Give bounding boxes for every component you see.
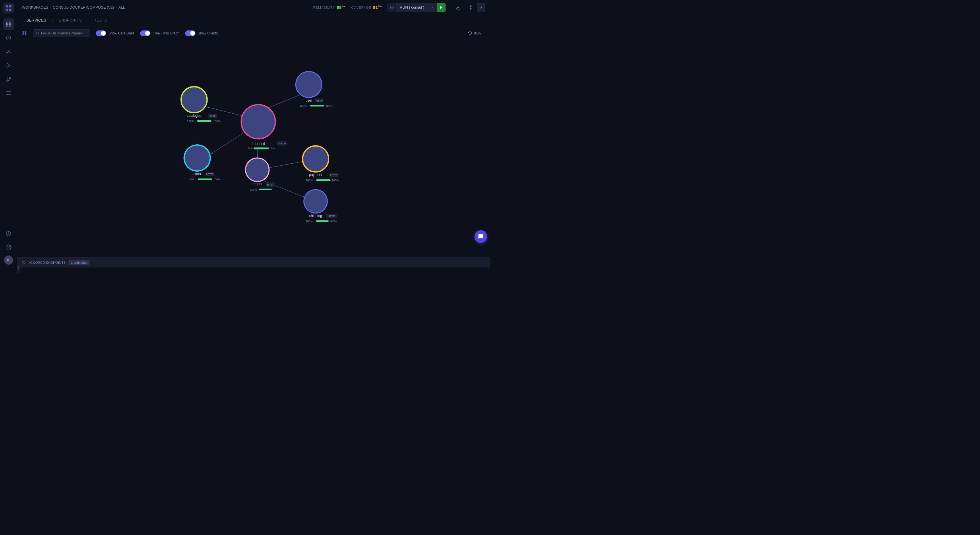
breadcrumb-sep-2: /: [116, 5, 117, 10]
svg-rect-0: [3, 3, 14, 13]
svg-point-53: [302, 146, 329, 172]
svg-text:100%: 100%: [187, 119, 194, 123]
svg-text:HTTP: HTTP: [267, 183, 274, 186]
svg-text:payment: payment: [309, 173, 322, 177]
share-button[interactable]: [465, 3, 474, 12]
free-form-toggle[interactable]: [140, 30, 150, 36]
run-label[interactable]: RUN ( consul ): [396, 3, 428, 11]
reliability-value: 99%●: [337, 5, 345, 10]
svg-text:100%: 100%: [299, 104, 307, 107]
breadcrumb-project[interactable]: CONSUL-DOCKER-COMPOSE (V2): [53, 5, 114, 10]
svg-text:HTTP: HTTP: [328, 214, 335, 218]
sidebar-item-settings[interactable]: [3, 242, 14, 253]
svg-text:100%: 100%: [213, 119, 220, 123]
reliability-label: RELIABILITY: [313, 6, 335, 9]
download-button[interactable]: [454, 3, 463, 12]
svg-text:HTTP: HTTP: [278, 142, 286, 145]
show-clients-toggle[interactable]: [185, 30, 196, 36]
svg-point-21: [470, 5, 471, 6]
data-links-label: Show Data Links: [108, 31, 134, 35]
svg-rect-71: [198, 178, 212, 180]
svg-line-24: [469, 8, 471, 9]
zoom-dropdown-icon[interactable]: [482, 31, 485, 35]
svg-text:100%: 100%: [332, 178, 339, 182]
breadcrumb-all[interactable]: ALL: [119, 5, 125, 10]
node-user[interactable]: user HTTP 100% 100%: [296, 72, 333, 107]
tab-endpoints[interactable]: ENDPOINTS: [54, 16, 86, 25]
toggle-show-clients: Show Clients: [185, 30, 218, 36]
focus-input-wrapper[interactable]: [33, 29, 90, 37]
svg-rect-78: [317, 220, 329, 221]
chat-bubble[interactable]: [474, 230, 487, 243]
svg-point-46: [296, 72, 322, 97]
search-icon: [36, 32, 39, 35]
data-links-toggle[interactable]: [96, 30, 106, 36]
expand-button[interactable]: [477, 3, 485, 12]
sidebar: K: [0, 0, 17, 268]
svg-line-25: [469, 6, 471, 7]
reliability-sup: %●: [342, 5, 345, 8]
sidebar-item-automation[interactable]: [3, 46, 14, 57]
svg-point-22: [468, 7, 469, 8]
user-avatar[interactable]: K: [4, 255, 13, 264]
svg-point-12: [6, 80, 8, 81]
focus-input[interactable]: [41, 31, 87, 35]
endpoints-count-badge[interactable]: 1 endpoints: [68, 260, 89, 265]
node-shipping[interactable]: shipping HTTP 100% 100%: [304, 190, 337, 223]
svg-rect-36: [254, 148, 268, 149]
svg-text:100%: 100%: [306, 178, 313, 182]
edge-orders-payment: [268, 161, 305, 168]
sidebar-item-run[interactable]: [3, 60, 14, 71]
sidebar-item-list[interactable]: [3, 87, 14, 99]
sidebar-collapse-handle[interactable]: [17, 262, 21, 268]
layer-icon: [22, 30, 27, 37]
tab-tests[interactable]: TESTS: [89, 16, 111, 25]
zoom-control: 91%: [468, 31, 485, 36]
node-frontend[interactable]: front-end HTTP 92% 8%: [241, 105, 287, 150]
svg-rect-51: [310, 105, 325, 107]
svg-point-66: [184, 145, 210, 171]
svg-point-17: [8, 247, 9, 248]
sidebar-item-branch[interactable]: [3, 73, 14, 85]
svg-point-11: [9, 77, 11, 79]
svg-point-23: [470, 8, 471, 9]
reliability-metric: RELIABILITY 99%●: [313, 5, 345, 10]
svg-text:100%: 100%: [326, 104, 333, 107]
svg-point-39: [181, 87, 207, 113]
node-catalogue[interactable]: catalogue HTTP 100% 100%: [181, 87, 221, 123]
svg-text:92%: 92%: [247, 146, 253, 150]
sidebar-item-analytics[interactable]: [3, 32, 14, 44]
sidebar-item-history[interactable]: [3, 228, 14, 239]
graph-canvas[interactable]: front-end HTTP 92% 8% catalogue HTTP 100…: [17, 40, 490, 257]
tab-bar: SERVICES | ENDPOINTS | TESTS: [17, 15, 490, 26]
zoom-value: 91%: [474, 31, 481, 35]
run-play-button[interactable]: [437, 3, 445, 12]
show-clients-label: Show Clients: [198, 31, 218, 35]
breadcrumb-workspaces[interactable]: WORKSPACES: [22, 5, 48, 10]
svg-text:100%: 100%: [306, 220, 313, 223]
node-orders[interactable]: orders HTTP 100%: [245, 158, 275, 191]
node-payment[interactable]: payment HTTP 100% 100%: [302, 146, 339, 182]
svg-text:front-end: front-end: [251, 142, 265, 146]
app-logo[interactable]: [3, 3, 14, 13]
tab-services[interactable]: SERVICES: [22, 16, 51, 25]
zoom-refresh-icon[interactable]: [468, 31, 472, 36]
node-carts[interactable]: carts HTTP 100% 100%: [184, 145, 221, 181]
svg-rect-58: [317, 179, 331, 181]
ignored-label: IGNORED ENDPOINTS: [29, 261, 66, 264]
run-clock-icon[interactable]: [388, 3, 396, 12]
svg-text:user: user: [305, 99, 312, 102]
svg-rect-3: [6, 25, 8, 26]
svg-rect-4: [9, 25, 11, 26]
breadcrumb: WORKSPACES / CONSUL-DOCKER-COMPOSE (V2) …: [22, 5, 125, 10]
run-button-group[interactable]: RUN ( consul ): [388, 3, 446, 12]
bottom-bar[interactable]: IGNORED ENDPOINTS 1 endpoints: [17, 257, 490, 268]
toggle-free-form: Free Form Graph: [140, 30, 180, 36]
svg-line-28: [38, 34, 39, 35]
svg-text:carts: carts: [194, 172, 201, 176]
svg-text:HTTP: HTTP: [209, 114, 216, 118]
svg-rect-37: [268, 148, 269, 149]
svg-text:HTTP: HTTP: [330, 174, 337, 177]
run-dropdown-icon[interactable]: [428, 3, 436, 12]
sidebar-item-workspaces[interactable]: [3, 18, 14, 30]
